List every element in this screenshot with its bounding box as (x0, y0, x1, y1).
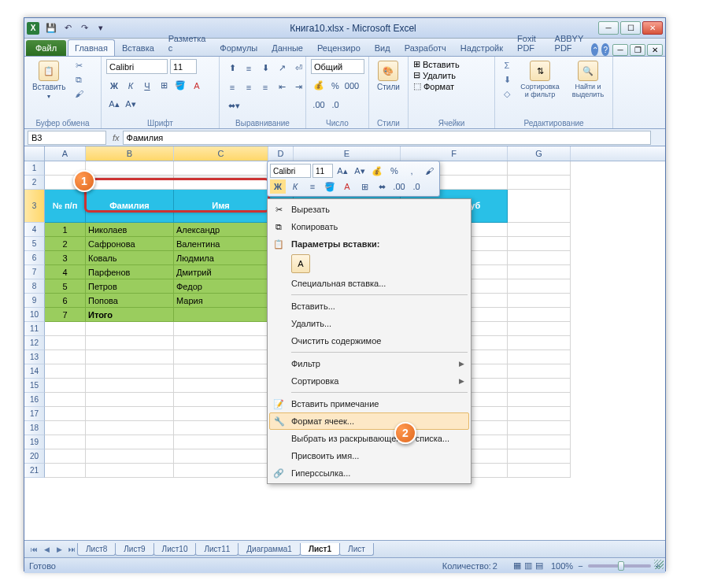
row-header[interactable]: 14 (24, 364, 45, 379)
cell[interactable]: Александр (174, 223, 268, 237)
cell[interactable]: Мария (174, 294, 268, 308)
sheet-tab[interactable]: Диаграмма1 (238, 543, 301, 556)
sheet-tab[interactable]: Лист10 (153, 543, 197, 556)
cm-filter[interactable]: Фильтр▶ (269, 355, 469, 372)
tab-addins[interactable]: Надстройк (453, 39, 510, 56)
cell[interactable]: 3 (45, 251, 86, 265)
cm-cut[interactable]: ✂Вырезать (269, 201, 469, 218)
row-header[interactable]: 20 (24, 449, 45, 464)
cell[interactable] (508, 350, 571, 364)
align-right-button[interactable]: ≡ (257, 80, 273, 94)
sheet-tab[interactable]: Лист8 (77, 543, 116, 556)
mini-format-painter-icon[interactable]: 🖌 (421, 164, 437, 178)
cell[interactable] (174, 308, 268, 322)
cell[interactable] (508, 464, 571, 478)
tab-review[interactable]: Рецензиро (310, 39, 368, 56)
mini-shrink-font-icon[interactable]: A▾ (352, 164, 368, 178)
tab-developer[interactable]: Разработч (398, 39, 453, 56)
row-header[interactable]: 1 (24, 161, 45, 176)
decrease-decimal-button[interactable]: .0 (327, 97, 343, 112)
cell[interactable] (86, 336, 174, 350)
cell[interactable] (174, 464, 268, 478)
merge-button[interactable]: ⬌▾ (224, 98, 244, 113)
comma-button[interactable]: 000 (344, 78, 360, 93)
format-painter-icon[interactable]: 🖌 (72, 87, 86, 100)
number-format-select[interactable]: Общий (311, 59, 364, 74)
cm-delete[interactable]: Удалить... (269, 315, 469, 332)
cm-dropdown-list[interactable]: Выбрать из раскрывающегося списка... (269, 430, 469, 447)
increase-decimal-button[interactable]: .00 (311, 97, 327, 112)
row-header[interactable]: 19 (24, 435, 45, 449)
mini-font-name[interactable]: Calibri (270, 164, 311, 178)
sheet-nav-prev[interactable]: ◀ (40, 543, 53, 556)
cell[interactable] (174, 393, 268, 407)
cell[interactable]: Итого (86, 308, 174, 322)
underline-button[interactable]: Ч (139, 78, 155, 93)
row-header[interactable]: 18 (24, 421, 45, 435)
cell[interactable] (174, 379, 268, 393)
grow-font-button[interactable]: A▴ (106, 97, 122, 112)
cell[interactable] (508, 294, 571, 308)
cell[interactable] (45, 364, 86, 379)
paste-option-values[interactable]: А (291, 254, 310, 273)
cell[interactable] (508, 322, 571, 336)
mini-font-size[interactable]: 11 (312, 164, 333, 178)
row-header[interactable]: 16 (24, 393, 45, 407)
mini-percent-icon[interactable]: % (386, 164, 402, 178)
maximize-button[interactable]: ☐ (620, 21, 641, 35)
cell[interactable] (86, 350, 174, 364)
zoom-level[interactable]: 100% (551, 561, 573, 571)
cm-insert[interactable]: Вставить... (269, 298, 469, 315)
cell[interactable]: Сафронова (86, 237, 174, 251)
currency-button[interactable]: 💰 (311, 78, 327, 93)
cell[interactable]: 1 (45, 223, 86, 237)
sheet-tab-active[interactable]: Лист1 (300, 543, 340, 556)
doc-close-button[interactable]: ✕ (647, 44, 663, 56)
fx-icon[interactable]: fx (113, 133, 120, 142)
row-header[interactable]: 8 (24, 279, 45, 294)
cell[interactable]: Коваль (86, 251, 174, 265)
cell[interactable]: Фамилия (86, 190, 174, 223)
cell[interactable] (508, 449, 571, 464)
row-header[interactable]: 13 (24, 350, 45, 364)
sheet-nav-next[interactable]: ▶ (53, 543, 65, 556)
mini-italic-button[interactable]: К (287, 179, 303, 194)
row-header[interactable]: 6 (24, 251, 45, 265)
col-header-c[interactable]: C (174, 146, 268, 161)
cell[interactable] (45, 393, 86, 407)
autosum-icon[interactable]: Σ (500, 59, 514, 72)
cell[interactable] (508, 223, 571, 237)
minimize-button[interactable]: ─ (598, 21, 619, 35)
cell[interactable] (174, 421, 268, 435)
mini-currency-icon[interactable]: 💰 (369, 164, 385, 178)
find-select-button[interactable]: 🔍Найти и выделить (566, 59, 610, 100)
percent-button[interactable]: % (327, 78, 343, 93)
mini-font-color-icon[interactable]: А (339, 179, 355, 194)
cell[interactable] (174, 161, 268, 176)
font-color-button[interactable]: А (189, 78, 205, 93)
mini-merge-icon[interactable]: ⬌ (374, 179, 390, 194)
font-name-select[interactable]: Calibri (106, 59, 168, 74)
view-normal-icon[interactable]: ▦ (513, 560, 521, 571)
cell[interactable] (508, 176, 571, 190)
row-header[interactable]: 10 (24, 308, 45, 322)
col-header-b[interactable]: B (86, 146, 174, 161)
row-header[interactable]: 12 (24, 336, 45, 350)
cm-comment[interactable]: 📝Вставить примечание (269, 395, 469, 412)
cell[interactable] (174, 449, 268, 464)
border-button[interactable]: ⊞ (156, 78, 172, 93)
cm-paste-special[interactable]: Специальная вставка... (269, 275, 469, 292)
cell[interactable] (508, 251, 571, 265)
close-button[interactable]: ✕ (642, 21, 663, 35)
formula-bar[interactable]: Фамилия (123, 131, 651, 145)
cm-format-cells[interactable]: 🔧Формат ячеек... (269, 412, 469, 430)
cm-clear[interactable]: Очистить содержимое (269, 332, 469, 349)
tab-insert[interactable]: Вставка (115, 39, 161, 56)
row-header[interactable]: 17 (24, 407, 45, 421)
cell[interactable]: Николаев (86, 223, 174, 237)
cell[interactable]: Попова (86, 294, 174, 308)
file-tab[interactable]: Файл (26, 40, 66, 56)
mini-grow-font-icon[interactable]: A▴ (335, 164, 350, 178)
clear-icon[interactable]: ◇ (500, 87, 514, 100)
spreadsheet-grid[interactable]: A B C D E F G 123№ п/пФамилияИмяСумма за… (24, 146, 665, 540)
